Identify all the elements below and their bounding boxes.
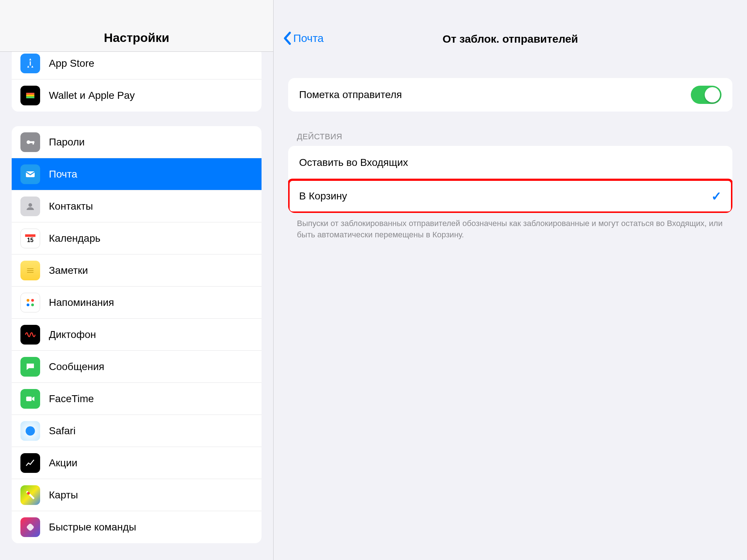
- sidebar-item-label: Wallet и Apple Pay: [49, 90, 135, 101]
- calendar-icon: 15: [20, 229, 40, 248]
- svg-rect-5: [32, 141, 34, 144]
- svg-point-14: [27, 303, 30, 306]
- actions-card: Оставить во Входящих В Корзину ✓: [288, 146, 732, 213]
- sidebar-item-voicememos[interactable]: Диктофон: [12, 319, 262, 351]
- back-label: Почта: [293, 32, 324, 44]
- sidebar-item-contacts[interactable]: Контакты: [12, 190, 262, 222]
- action-label: В Корзину: [299, 190, 347, 202]
- action-leave-in-inbox[interactable]: Оставить во Входящих: [288, 146, 732, 179]
- wallet-icon: [20, 86, 40, 105]
- actions-footer-text: Выпуски от заблокированных отправителей …: [297, 218, 724, 241]
- action-label: Оставить во Входящих: [299, 157, 408, 168]
- checkmark-icon: ✓: [711, 189, 721, 203]
- mark-sender-label: Пометка отправителя: [299, 89, 402, 101]
- sidebar-item-passwords[interactable]: Пароли: [12, 126, 262, 158]
- svg-rect-2: [26, 97, 35, 98]
- svg-rect-1: [26, 95, 35, 97]
- sidebar-group-store: App Store Wallet и Apple Pay: [12, 52, 262, 112]
- voicememos-icon: [20, 325, 40, 345]
- sidebar-item-mail[interactable]: Почта: [12, 158, 262, 190]
- sidebar-group-apps: Пароли Почта Контакты 15: [12, 126, 262, 543]
- sidebar-header: Настройки: [0, 0, 273, 52]
- svg-point-13: [27, 299, 30, 302]
- sidebar-item-notes[interactable]: Заметки: [12, 254, 262, 287]
- sidebar-item-label: Почта: [49, 168, 77, 180]
- maps-icon: [20, 485, 40, 505]
- sidebar-item-label: Напоминания: [49, 297, 114, 308]
- sidebar-item-label: App Store: [49, 58, 94, 69]
- svg-point-16: [31, 303, 34, 306]
- notes-icon: [20, 261, 40, 280]
- sidebar-item-label: FaceTime: [49, 393, 94, 405]
- shortcuts-icon: [20, 517, 40, 537]
- sidebar-item-appstore[interactable]: App Store: [12, 52, 262, 79]
- messages-icon: [20, 357, 40, 377]
- sidebar-item-wallet[interactable]: Wallet и Apple Pay: [12, 79, 262, 112]
- svg-rect-20: [26, 523, 34, 531]
- contacts-icon: [20, 197, 40, 216]
- detail-title: От заблок. отправителей: [274, 33, 747, 45]
- sidebar-item-messages[interactable]: Сообщения: [12, 351, 262, 383]
- sidebar-item-label: Акции: [49, 457, 77, 469]
- chevron-left-icon: [282, 31, 292, 45]
- sidebar-item-label: Safari: [49, 425, 76, 437]
- key-icon: [20, 132, 40, 152]
- mark-sender-card: Пометка отправителя: [288, 78, 732, 112]
- sidebar-item-label: Заметки: [49, 265, 88, 276]
- safari-icon: [20, 421, 40, 441]
- svg-point-15: [31, 299, 34, 302]
- sidebar-item-facetime[interactable]: FaceTime: [12, 383, 262, 415]
- sidebar-title: Настройки: [104, 31, 169, 45]
- svg-point-7: [28, 203, 32, 207]
- svg-point-3: [27, 140, 30, 144]
- reminders-icon: [20, 293, 40, 312]
- sidebar-item-label: Контакты: [49, 201, 93, 212]
- sidebar-item-label: Сообщения: [49, 361, 104, 373]
- svg-point-19: [27, 492, 30, 495]
- sidebar-item-stocks[interactable]: Акции: [12, 447, 262, 479]
- sidebar-item-calendar[interactable]: 15 Календарь: [12, 222, 262, 254]
- sidebar-item-label: Карты: [49, 489, 78, 501]
- sidebar-item-safari[interactable]: Safari: [12, 415, 262, 447]
- sidebar-item-label: Быстрые команды: [49, 521, 136, 533]
- stocks-icon: [20, 453, 40, 473]
- back-button[interactable]: Почта: [282, 31, 324, 45]
- actions-header: ДЕЙСТВИЯ: [297, 132, 732, 141]
- sidebar-item-shortcuts[interactable]: Быстрые команды: [12, 511, 262, 543]
- svg-rect-17: [26, 396, 32, 401]
- svg-point-18: [26, 426, 35, 436]
- appstore-icon: [20, 54, 40, 73]
- mark-sender-row[interactable]: Пометка отправителя: [288, 78, 732, 112]
- sidebar-item-label: Диктофон: [49, 329, 96, 341]
- detail-header: Почта От заблок. отправителей: [274, 0, 747, 52]
- detail-pane: Почта От заблок. отправителей Пометка от…: [274, 0, 747, 560]
- action-move-to-trash[interactable]: В Корзину ✓: [288, 179, 732, 213]
- svg-rect-8: [25, 234, 35, 237]
- settings-sidebar: Настройки App Store Wallet и Apple Pay: [0, 0, 274, 560]
- sidebar-item-label: Календарь: [49, 233, 100, 244]
- mail-icon: [20, 164, 40, 184]
- svg-text:15: 15: [27, 237, 34, 243]
- svg-rect-0: [26, 93, 35, 95]
- sidebar-item-label: Пароли: [49, 136, 85, 148]
- sidebar-item-reminders[interactable]: Напоминания: [12, 287, 262, 319]
- mark-sender-toggle[interactable]: [691, 86, 721, 104]
- sidebar-item-maps[interactable]: Карты: [12, 479, 262, 511]
- facetime-icon: [20, 389, 40, 409]
